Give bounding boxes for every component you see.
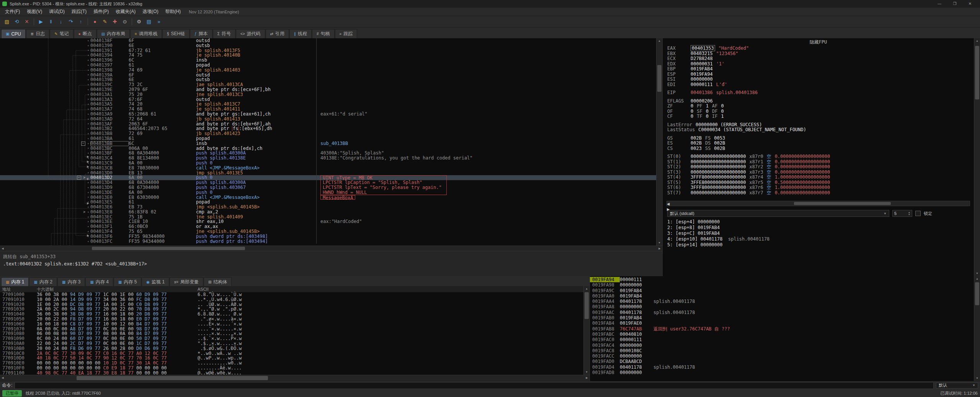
breakpoint-dot[interactable]	[88, 226, 89, 227]
menu-item-1[interactable]: 视图(V)	[23, 8, 46, 16]
tab-内存 3[interactable]: ▦内存 3	[57, 277, 85, 286]
register-line[interactable]: EIP00401386splish.00401386	[663, 90, 974, 96]
disasm-row[interactable]: 004013BA61popad	[0, 136, 656, 141]
registers-scroll-down[interactable]: ▼	[974, 271, 980, 276]
disasm-row[interactable]: 004013C468 8E134000push splish.40138E401…	[0, 156, 656, 161]
tab-SEH链[interactable]: §SEH链	[162, 29, 189, 38]
tab-内存 2[interactable]: ▦内存 2	[29, 277, 57, 286]
breakpoint-dot[interactable]	[88, 202, 89, 203]
disassembly-pane[interactable]: 0040138F6Foutsd004013906Eoutsb0040139167…	[0, 38, 656, 246]
breakpoint-dot[interactable]	[88, 84, 89, 85]
fold-marker[interactable]: −	[81, 142, 85, 146]
stack-row[interactable]: 0019FABC00040810	[590, 332, 974, 337]
tab-脚本[interactable]: ƒ脚本	[190, 29, 212, 38]
argument-row[interactable]: 3: [esp+C] 0019FAB4	[663, 231, 974, 236]
disasm-row[interactable]: 004013DE6A 00push 0HWND hWnd = NULL	[0, 190, 656, 195]
argument-row[interactable]: 5: [esp+14] 00000000	[663, 242, 974, 248]
tab-内存 1[interactable]: ▦内存 1	[1, 277, 29, 286]
stack-row[interactable]: 0019FACC00000000	[590, 353, 974, 359]
fold-marker[interactable]: −	[77, 176, 81, 180]
registers-hscrollbar[interactable]: ◀ ▶	[666, 201, 970, 206]
disasm-hscroll-thumb[interactable]	[92, 247, 245, 250]
dump-scroll-right[interactable]: ▶	[584, 375, 590, 381]
disasm-row[interactable]: −004013BB6Cinsbsub_4013BB	[0, 141, 656, 146]
tab-源代码[interactable]: <>源代码	[236, 29, 265, 38]
disasm-scroll-thumb[interactable]	[657, 65, 662, 92]
breakpoint-dot[interactable]	[88, 123, 89, 124]
breakpoint-dot[interactable]	[88, 70, 89, 71]
breakpoint-dot[interactable]	[88, 128, 89, 129]
registers-scrollbar[interactable]: ▲ ▼	[974, 38, 980, 276]
stack-row[interactable]: 0019FAB40019FAE0	[590, 321, 974, 326]
register-line[interactable]: EBX00403215"123456"	[663, 51, 974, 57]
dump-hscrollbar[interactable]: ◀ ▶	[0, 375, 590, 381]
breakpoint-dot[interactable]	[88, 148, 89, 149]
command-profile-select[interactable]: 默认 ▼	[936, 382, 978, 389]
tab-句柄[interactable]: #句柄	[312, 29, 335, 38]
menu-item-7[interactable]: 帮助(H)	[162, 8, 185, 16]
breakpoint-dot[interactable]	[88, 40, 89, 41]
argument-row[interactable]: 2: [esp+8] 0019FAB4	[663, 225, 974, 231]
tab-符号[interactable]: Σ符号	[213, 29, 235, 38]
close-button[interactable]: ✕	[962, 0, 978, 8]
hide-fpu-toggle[interactable]: 隐藏FPU	[663, 38, 974, 46]
stack-row[interactable]: 0019FAB00019FAB4	[590, 315, 974, 321]
stack-row[interactable]: 0019FAD800000000	[590, 370, 974, 375]
disasm-row[interactable]: 004013906Eoutsb	[0, 43, 656, 48]
disasm-row[interactable]: 004013D468 0A304000push splish.40300ALPC…	[0, 180, 656, 185]
register-line[interactable]: ES002BDS002B	[663, 141, 974, 146]
register-line[interactable]: EFLAGS00000206	[663, 99, 974, 104]
disasm-scrollbar[interactable]: ▲ ▼	[656, 38, 662, 246]
stack-row[interactable]: 0019FA9400000111	[590, 277, 974, 282]
breakpoint-dot[interactable]	[88, 65, 89, 66]
disasm-row[interactable]: 004013FCFF35 94344000push dword ptr ds:[…	[0, 239, 656, 244]
disasm-row[interactable]: 004013F6FF35 98344000push dword ptr ds:[…	[0, 234, 656, 239]
menu-item-0[interactable]: 文件(F)	[2, 8, 23, 16]
tab-内存 5[interactable]: ▦内存 5	[114, 277, 141, 286]
breakpoint-dot[interactable]	[88, 114, 89, 115]
menu-item-6[interactable]: 选项(O)	[139, 8, 162, 16]
breakpoint-dot[interactable]	[88, 89, 89, 90]
breakpoint-dot[interactable]	[88, 79, 89, 80]
find-pattern-button[interactable]: ⊙	[120, 17, 130, 26]
register-line[interactable]: ST(2)00000000000000000000x87r2空0.0000000…	[663, 164, 974, 170]
register-line[interactable]: ST(1)00000000000000000000x87r1空0.0000000…	[663, 159, 974, 165]
register-line[interactable]: EDX00000031'1'	[663, 62, 974, 67]
trace-button[interactable]: »	[154, 17, 164, 26]
disasm-row[interactable]: 004013D968 67304000push splish.403067LPC…	[0, 185, 656, 190]
dump-scrollbar[interactable]: ▲ ▼	[583, 286, 590, 375]
stack-row[interactable]: 0019FAA800000000	[590, 304, 974, 309]
breakpoint-dot[interactable]	[88, 45, 89, 46]
close-debuggee-button[interactable]: ✕	[22, 17, 32, 26]
execute-till-return-button[interactable]: ↑	[76, 17, 86, 26]
tab-引用[interactable]: ⇄引用	[266, 29, 289, 38]
breakpoint-dot[interactable]	[88, 207, 89, 208]
disasm-row[interactable]: 0040139761popad	[0, 63, 656, 68]
tab-笔记[interactable]: ✎笔记	[50, 29, 73, 38]
registers-hscroll-thumb[interactable]	[794, 202, 891, 205]
argument-row[interactable]: 1: [esp+4] 00000000	[663, 219, 974, 225]
breakpoint-dot[interactable]	[88, 197, 89, 198]
register-line[interactable]: ST(5)3FFE8000000000000000x87r5空0.5000000…	[663, 180, 974, 185]
registers-scroll-right[interactable]: ▶	[667, 207, 970, 212]
restart-button[interactable]: ⟲	[12, 17, 22, 26]
settings-button[interactable]: ⚙	[134, 17, 144, 26]
breakpoint-dot[interactable]	[88, 221, 89, 222]
register-line[interactable]: ST(0)00000000000000000000x87r0空0.0000000…	[663, 154, 974, 159]
breakpoint-dot[interactable]	[88, 172, 89, 173]
disasm-row[interactable]: 004013A965:2068 61and byte ptr gs:[eax+6…	[0, 112, 656, 117]
register-line[interactable]: LastStatusC0000034 (STATUS_OBJECT_NAME_N…	[663, 127, 974, 133]
stack-row[interactable]: 0019FAD400401178splish.00401178	[590, 364, 974, 370]
dump-row[interactable]: 7709110040 98 0C 77 40 EA 18 77 30 E8 18…	[0, 371, 583, 375]
scroll-left-button[interactable]: ◀	[0, 246, 5, 251]
breakpoint-dot[interactable]	[88, 104, 89, 105]
breakpoint-dot[interactable]	[88, 168, 89, 169]
disasm-row[interactable]: 004013C96A 00push 0	[0, 161, 656, 166]
stack-row[interactable]: 0019FAA400401178splish.00401178	[590, 299, 974, 304]
tab-日志[interactable]: ≣日志	[26, 29, 49, 38]
tab-内存 4[interactable]: ▦内存 4	[85, 277, 113, 286]
stack-row[interactable]: 0019FAB876C747AB返回到 user32.76C747AB 自 ??…	[590, 326, 974, 332]
menu-item-4[interactable]: 插件(P)	[90, 8, 112, 16]
breakpoint-dot[interactable]	[88, 241, 89, 242]
disasm-row[interactable]: >004013E866:83F8 02cmp ax,2	[0, 210, 656, 215]
